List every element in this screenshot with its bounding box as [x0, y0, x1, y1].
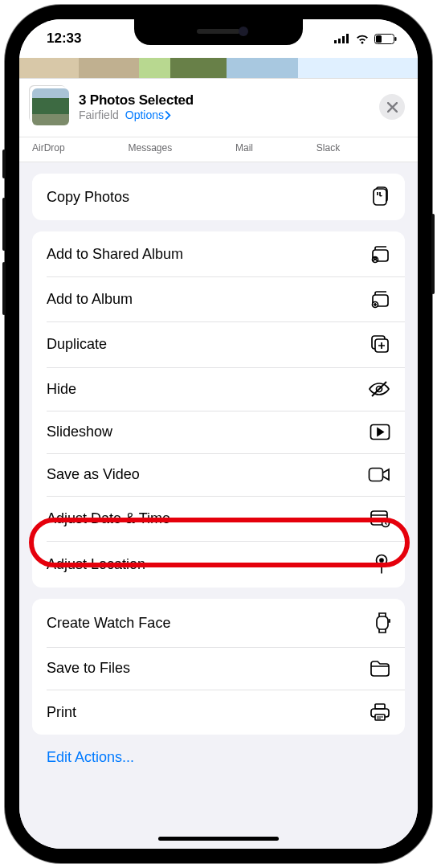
row-label: Add to Shared Album	[47, 246, 183, 263]
row-label: Hide	[47, 381, 76, 398]
status-time: 12:33	[47, 31, 81, 47]
cellular-icon	[334, 34, 350, 43]
row-label: Save as Video	[47, 466, 140, 483]
row-label: Adjust Location	[47, 556, 145, 573]
row-add-album[interactable]: Add to Album	[32, 276, 405, 321]
add-album-icon	[370, 289, 390, 309]
options-label: Options	[125, 108, 164, 121]
app-slack[interactable]: Slack	[317, 142, 340, 154]
app-airdrop[interactable]: AirDrop	[32, 142, 65, 154]
svg-rect-0	[334, 40, 337, 43]
close-button[interactable]	[379, 94, 405, 120]
row-label: Adjust Date & Time	[47, 510, 170, 527]
row-watch-face[interactable]: Create Watch Face	[32, 599, 405, 647]
battery-icon	[374, 34, 397, 44]
pin-icon	[373, 554, 390, 575]
row-slideshow[interactable]: Slideshow	[32, 411, 405, 453]
svg-rect-2	[342, 36, 345, 43]
svg-rect-22	[375, 704, 385, 709]
row-adjust-location[interactable]: Adjust Location	[32, 541, 405, 588]
row-label: Print	[47, 704, 76, 721]
folder-icon	[370, 660, 390, 677]
svg-rect-3	[346, 34, 349, 43]
row-label: Copy Photos	[47, 189, 129, 206]
wifi-icon	[355, 34, 370, 44]
action-group-1: Copy Photos	[32, 174, 405, 220]
home-indicator[interactable]	[158, 837, 279, 841]
action-group-3: Create Watch Face Save to Files Print	[32, 599, 405, 735]
svg-rect-6	[395, 37, 397, 41]
selection-thumbnail[interactable]	[32, 88, 69, 125]
row-duplicate[interactable]: Duplicate	[32, 321, 405, 367]
copy-icon	[370, 186, 390, 207]
selection-title: 3 Photos Selected	[79, 92, 370, 108]
watch-icon	[374, 612, 390, 634]
row-copy-photos[interactable]: Copy Photos	[32, 174, 405, 220]
printer-icon	[370, 702, 390, 722]
play-rect-icon	[370, 424, 390, 440]
calendar-clock-icon	[370, 509, 390, 528]
row-label: Create Watch Face	[47, 615, 170, 632]
row-adjust-date[interactable]: Adjust Date & Time	[32, 496, 405, 541]
action-group-2: Add to Shared Album Add to Album Duplica…	[32, 231, 405, 588]
selection-location: Fairfield	[79, 108, 119, 121]
row-save-files[interactable]: Save to Files	[32, 647, 405, 690]
row-hide[interactable]: Hide	[32, 367, 405, 411]
app-messages[interactable]: Messages	[129, 142, 173, 154]
svg-rect-20	[377, 616, 388, 629]
row-label: Slideshow	[47, 424, 112, 440]
share-apps-row: AirDrop Messages Mail Slack	[19, 137, 418, 162]
svg-rect-15	[370, 469, 383, 481]
svg-point-19	[380, 559, 383, 562]
svg-rect-5	[376, 35, 382, 43]
shared-album-icon	[370, 244, 390, 264]
eye-slash-icon	[368, 380, 390, 398]
actions-list[interactable]: Copy Photos Add to Shared Album Add to A…	[19, 162, 418, 849]
row-add-shared-album[interactable]: Add to Shared Album	[32, 231, 405, 276]
row-label: Add to Album	[47, 291, 133, 308]
photo-strip	[19, 58, 418, 79]
duplicate-icon	[370, 334, 390, 354]
edit-actions-button[interactable]: Edit Actions...	[32, 735, 405, 780]
row-save-video[interactable]: Save as Video	[32, 453, 405, 496]
video-icon	[368, 467, 390, 482]
share-header: 3 Photos Selected Fairfield Options	[19, 79, 418, 137]
status-indicators	[334, 34, 397, 44]
row-label: Duplicate	[47, 336, 107, 353]
svg-rect-1	[338, 39, 341, 43]
row-print[interactable]: Print	[32, 690, 405, 735]
chevron-right-icon	[165, 111, 172, 120]
close-icon	[387, 102, 398, 113]
options-button[interactable]: Options	[125, 108, 172, 121]
row-label: Save to Files	[47, 660, 130, 677]
app-mail[interactable]: Mail	[235, 142, 253, 154]
